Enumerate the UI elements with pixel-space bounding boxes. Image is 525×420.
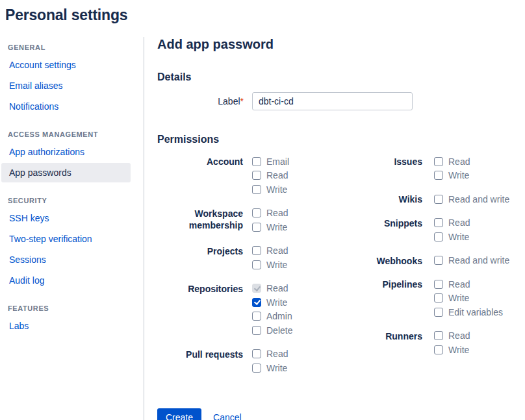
permission-group-runners: RunnersReadWrite [364,329,525,357]
checkbox-account-email[interactable] [252,157,261,166]
permission-group-workspace-membership: Workspace membershipReadWrite [157,206,364,234]
checkbox-label: Write [266,222,287,232]
checkbox-snippets-write[interactable] [434,232,443,241]
checkbox-row-issues-read: Read [434,154,470,169]
checkbox-pipelines-read[interactable] [434,280,443,289]
permissions-column-left: AccountEmailReadWriteWorkspace membershi… [157,154,364,385]
checkbox-row-snippets-read: Read [434,216,470,230]
permission-options: ReadWrite [252,347,288,375]
checkbox-label: Email [266,156,289,167]
sidebar-item-email-aliases[interactable]: Email aliases [1,76,131,95]
required-asterisk: * [240,96,244,106]
settings-sidebar: GENERALAccount settingsEmail aliasesNoti… [0,37,144,420]
checkbox-row-pipelines-write: Write [434,291,503,306]
main-content: Add app password Details Label* Permissi… [144,37,525,420]
form-title: Add app password [157,37,525,52]
sidebar-item-sessions[interactable]: Sessions [1,250,131,269]
label-field-label: Label* [157,96,252,106]
checkbox-pull-requests-write[interactable] [252,364,261,373]
checkbox-repositories-admin[interactable] [252,312,261,321]
permission-group-issues: IssuesReadWrite [364,154,525,182]
permissions-columns: AccountEmailReadWriteWorkspace membershi… [157,154,525,385]
sidebar-section-title: GENERAL [0,38,144,55]
checkbox-row-account-read: Read [252,169,289,183]
checkbox-label: Read [448,330,470,341]
checkbox-label: Write [448,293,469,303]
checked-checkbox-repositories-read [252,284,261,293]
checkbox-runners-write[interactable] [434,345,443,354]
checkbox-projects-write[interactable] [252,260,261,269]
permission-group-pipelines: PipelinesReadWriteEdit variables [364,277,525,319]
sidebar-item-notifications[interactable]: Notifications [1,97,131,116]
checkbox-row-repositories-admin: Admin [252,310,292,324]
permission-options: EmailReadWrite [252,154,289,197]
permissions-column-right: IssuesReadWriteWikisRead and writeSnippe… [364,154,525,385]
checkbox-label: Write [448,170,469,180]
sidebar-item-app-passwords[interactable]: App passwords [1,163,131,182]
label-field-row: Label* [157,92,525,110]
permission-group-label: Webhooks [364,254,434,268]
permission-group-webhooks: WebhooksRead and write [364,254,525,268]
details-heading: Details [157,71,525,83]
checkbox-label: Write [266,297,287,308]
checkbox-repositories-delete[interactable] [252,326,261,335]
checkbox-workspace-membership-write[interactable] [252,223,261,232]
sidebar-item-audit-log[interactable]: Audit log [1,271,131,290]
permission-options: ReadWrite [434,216,470,244]
cancel-link[interactable]: Cancel [213,412,242,420]
checkbox-row-account-email: Email [252,154,289,169]
checkbox-label: Read [266,349,288,359]
sidebar-item-ssh-keys[interactable]: SSH keys [1,208,131,228]
checkbox-row-snippets-write: Write [434,230,470,244]
sidebar-section-general: GENERALAccount settingsEmail aliasesNoti… [0,38,144,116]
checkbox-workspace-membership-read[interactable] [252,208,261,217]
checkbox-row-wikis-read-and-write: Read and write [434,192,509,206]
checkbox-label: Read [448,279,470,290]
checkbox-pipelines-write[interactable] [434,293,443,303]
sidebar-item-labs[interactable]: Labs [1,316,131,336]
form-actions: Create Cancel [157,408,525,420]
checkbox-row-pull-requests-write: Write [252,361,288,375]
checkbox-webhooks-read-and-write[interactable] [434,256,443,265]
permission-options: ReadWrite [252,206,288,234]
page-title: Personal settings [0,0,525,24]
permission-options: Read and write [434,254,509,268]
sidebar-item-two-step-verification[interactable]: Two-step verification [1,229,131,249]
checkbox-pipelines-edit-variables[interactable] [434,308,443,317]
checkbox-snippets-read[interactable] [434,218,443,227]
sidebar-section-title: ACCESS MANAGEMENT [0,125,144,142]
checkbox-label: Write [448,232,469,242]
checked-checkbox-repositories-write[interactable] [252,298,261,307]
permission-options: ReadWrite [252,244,288,272]
permission-group-pull-requests: Pull requestsReadWrite [157,347,364,375]
checkbox-label: Read [266,170,288,180]
permission-options: Read and write [434,192,509,206]
checkbox-row-repositories-write: Write [252,295,292,310]
checkbox-label: Edit variables [448,307,503,317]
checkbox-label: Delete [266,325,292,336]
checkbox-row-workspace-membership-write: Write [252,220,288,234]
permission-group-account: AccountEmailReadWrite [157,154,364,197]
checkbox-row-pipelines-edit-variables: Edit variables [434,305,503,319]
checkbox-row-runners-write: Write [434,343,470,357]
checkbox-issues-write[interactable] [434,171,443,180]
checkbox-issues-read[interactable] [434,157,443,166]
checkbox-wikis-read-and-write[interactable] [434,195,443,204]
permission-group-label: Issues [364,154,434,182]
checkbox-runners-read[interactable] [434,331,443,340]
create-button[interactable]: Create [157,408,201,420]
checkbox-projects-read[interactable] [252,246,261,255]
checkbox-label: Read [266,208,288,218]
sidebar-item-app-authorizations[interactable]: App authorizations [1,142,131,162]
checkbox-label: Admin [266,311,292,321]
permission-group-label: Account [157,154,252,197]
checkbox-account-read[interactable] [252,171,261,180]
checkbox-row-repositories-read: Read [252,282,292,296]
checkbox-row-repositories-delete: Delete [252,323,292,338]
permission-group-projects: ProjectsReadWrite [157,244,364,272]
sidebar-item-account-settings[interactable]: Account settings [1,55,131,75]
checkbox-pull-requests-read[interactable] [252,349,261,358]
permission-options: ReadWriteAdminDelete [252,282,292,338]
checkbox-account-write[interactable] [252,185,261,194]
label-input[interactable] [252,92,413,110]
